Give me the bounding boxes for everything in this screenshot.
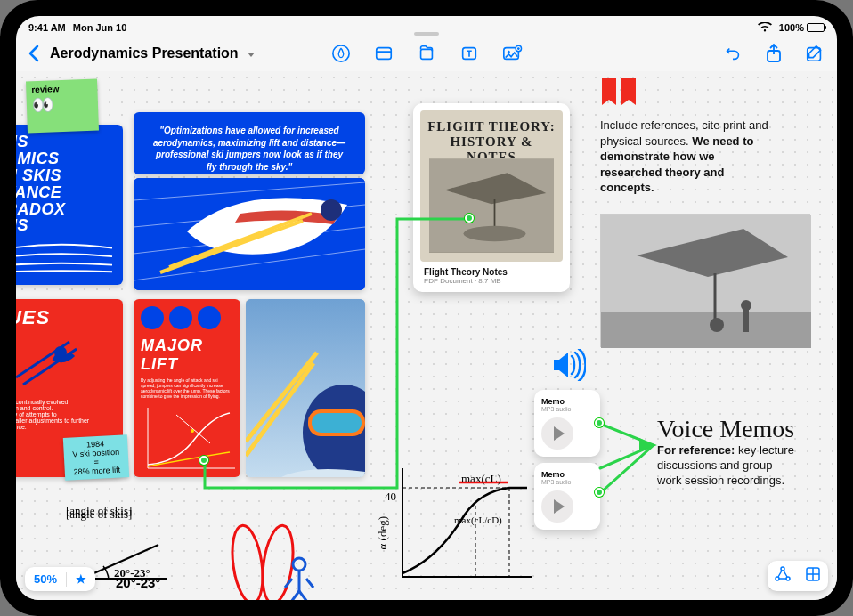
- title-menu-chevron-icon[interactable]: [248, 53, 255, 57]
- sticky-note-review[interactable]: review 👀: [26, 79, 99, 134]
- text-box-button[interactable]: [458, 42, 481, 65]
- voice-memos-block[interactable]: Voice Memos For reference: key lecture d…: [657, 415, 800, 489]
- svg-point-36: [293, 558, 305, 571]
- status-date: Mon Jun 10: [73, 22, 127, 33]
- zoom-favorite-icon[interactable]: ★: [67, 567, 95, 591]
- doc-subtitle: PDF Document · 8.7 MB: [424, 277, 559, 285]
- board-title[interactable]: Aerodynamics Presentation: [50, 45, 239, 61]
- memo-sub: MP3 audio: [541, 479, 593, 485]
- voice-memos-heading: Voice Memos: [657, 415, 800, 443]
- skier-closeup-illustration: [246, 299, 365, 477]
- document-cover: FLIGHT THEORY: HISTORY & NOTES: [420, 110, 563, 262]
- svg-point-46: [776, 577, 779, 580]
- svg-point-30: [710, 318, 724, 332]
- svg-rect-31: [743, 309, 749, 332]
- sticky-note-vski[interactable]: 1984 V ski position = 28% more lift: [63, 434, 129, 481]
- grid-view-icon[interactable]: [798, 561, 828, 591]
- pen-tool-button[interactable]: [329, 42, 353, 65]
- slide-body: By adjusting the angle of attack and ski…: [141, 377, 233, 399]
- label-max-clcd: max(cL/cD): [454, 515, 502, 525]
- svg-rect-16: [16, 333, 105, 395]
- play-button[interactable]: [541, 417, 573, 450]
- slide-title: MAJOR LIFT: [141, 336, 233, 374]
- slide-body: as continually evolved sion and control.…: [16, 399, 123, 430]
- battery-indicator: 100%: [779, 22, 825, 33]
- svg-rect-1: [377, 48, 392, 60]
- svg-point-47: [786, 577, 790, 580]
- skier-photo[interactable]: [246, 299, 365, 477]
- audio-memo-1[interactable]: Memo MP3 audio: [534, 390, 600, 457]
- svg-point-15: [321, 199, 342, 221]
- slide-ski-jumper[interactable]: [134, 178, 365, 290]
- historic-glider-photo[interactable]: [600, 214, 810, 347]
- slide-major-lift[interactable]: MAJOR LIFT By adjusting the angle of att…: [134, 299, 240, 477]
- share-button[interactable]: [762, 42, 785, 65]
- view-mode-control[interactable]: [768, 561, 828, 591]
- battery-pct: 100%: [779, 22, 804, 33]
- sticky-note-button[interactable]: [372, 42, 395, 65]
- memo-sub: MP3 audio: [541, 406, 593, 412]
- quote-text: "Optimizations have allowed for increase…: [150, 125, 349, 173]
- svg-rect-3: [421, 49, 433, 59]
- screen: 9:41 AM Mon Jun 10 100% Aerodynamics P: [16, 16, 837, 600]
- audio-memo-2[interactable]: Memo MP3 audio: [534, 463, 600, 530]
- lift-chart: [141, 404, 233, 475]
- svg-point-35: [258, 523, 297, 600]
- connector-node[interactable]: [595, 418, 604, 427]
- compose-button[interactable]: [803, 42, 826, 65]
- airflow-illustration: [16, 238, 123, 285]
- undo-button[interactable]: [721, 42, 744, 65]
- svg-point-45: [781, 567, 784, 571]
- graph-view-icon[interactable]: [768, 561, 798, 591]
- doc-name: Flight Theory Notes: [424, 267, 559, 277]
- connector-node[interactable]: [595, 488, 604, 497]
- ipad-frame: 9:41 AM Mon Jun 10 100% Aerodynamics P: [0, 0, 853, 616]
- document-meta: Flight Theory Notes PDF Document · 8.7 M…: [420, 262, 563, 287]
- speaker-icon[interactable]: [550, 349, 586, 385]
- sketch-alpha-plot[interactable]: [376, 461, 536, 595]
- connector-node[interactable]: [465, 214, 474, 223]
- y-axis-label: α (deg): [376, 516, 390, 550]
- thumb-row: [141, 306, 233, 329]
- connector-node[interactable]: [199, 456, 208, 465]
- zoom-percent[interactable]: 50%: [25, 567, 66, 591]
- svg-point-20: [191, 429, 194, 433]
- svg-point-27: [464, 226, 526, 242]
- svg-rect-29: [601, 312, 811, 348]
- angle-label: [angle of skis]: [66, 504, 132, 518]
- bookmark-ribbon-icon[interactable]: [600, 78, 639, 114]
- ski-jumper-illustration: [134, 178, 365, 290]
- wifi-icon: [758, 22, 772, 34]
- svg-rect-24: [312, 413, 362, 433]
- app-toolbar: Aerodynamics Presentation: [16, 36, 837, 71]
- svg-marker-44: [639, 438, 654, 452]
- eyes-emoji: 👀: [32, 93, 93, 116]
- memo-title: Memo: [541, 397, 593, 406]
- label-max-cl: max(cL): [461, 472, 501, 486]
- glider-illustration: [601, 215, 811, 348]
- text-references[interactable]: Include references, cite print and physi…: [600, 118, 778, 196]
- slide-header: UES: [16, 299, 123, 333]
- early-flight-illustration: [429, 158, 554, 253]
- document-flight-theory[interactable]: FLIGHT THEORY: HISTORY & NOTES Flight Th…: [413, 103, 570, 292]
- insert-media-button[interactable]: [500, 42, 524, 65]
- jumper-silhouette: [16, 333, 105, 395]
- voice-memos-text: For reference: key lecture discussions a…: [657, 443, 800, 489]
- angle-range: 20°-23°: [114, 566, 150, 580]
- y-tick: 40: [385, 490, 396, 504]
- svg-point-34: [228, 523, 267, 600]
- status-time: 9:41 AM: [28, 22, 66, 33]
- slide-aerodynamics-paradox[interactable]: NS AMICS N SKIS TANCE RADOX NS: [16, 125, 123, 285]
- play-button[interactable]: [541, 490, 573, 523]
- svg-point-6: [508, 51, 510, 53]
- memo-title: Memo: [541, 470, 593, 479]
- zoom-control[interactable]: 50% ★: [25, 567, 95, 591]
- add-file-button[interactable]: [415, 42, 438, 65]
- freeform-canvas[interactable]: NS AMICS N SKIS TANCE RADOX NS "Optimiza…: [16, 71, 837, 600]
- slide-quote[interactable]: "Optimizations have allowed for increase…: [134, 112, 365, 174]
- svg-point-32: [741, 300, 751, 311]
- slide-text: NS AMICS N SKIS TANCE RADOX NS: [16, 125, 123, 238]
- back-button[interactable]: [21, 42, 45, 65]
